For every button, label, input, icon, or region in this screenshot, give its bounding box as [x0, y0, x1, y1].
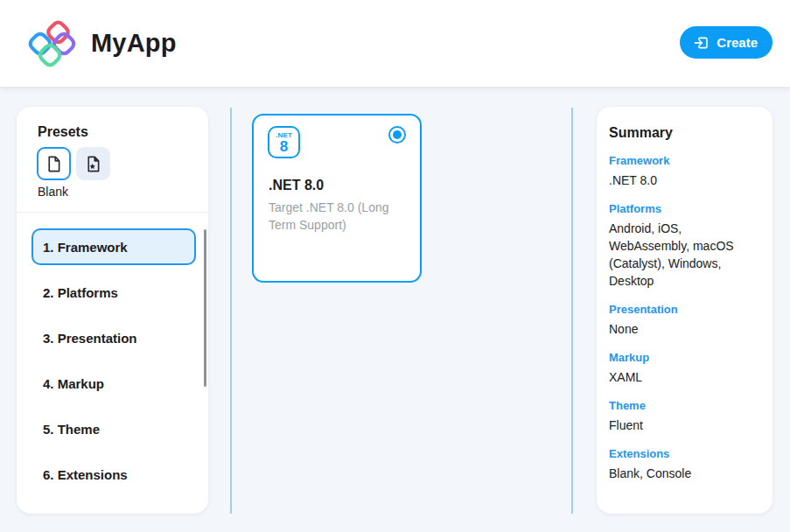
summary-label: Theme — [609, 399, 760, 412]
app-logo-icon — [25, 18, 78, 69]
summary-value: Fluent — [609, 416, 760, 434]
framework-option-description: Target .NET 8.0 (Long Term Support) — [269, 199, 407, 234]
step-platforms[interactable]: 2. Platforms — [31, 274, 196, 311]
step-extensions[interactable]: 6. Extensions — [31, 456, 196, 493]
app-header: MyApp Create — [0, 0, 790, 87]
summary-value: XAML — [609, 368, 760, 386]
preset-options — [37, 147, 110, 180]
step-presentation[interactable]: 3. Presentation — [31, 319, 196, 356]
summary-label: Platforms — [609, 202, 760, 215]
blank-document-icon — [45, 155, 63, 173]
step-theme[interactable]: 5. Theme — [31, 410, 196, 447]
dotnet8-badge-icon: .NET 8 — [268, 126, 300, 158]
sidebar-scrollbar-thumb[interactable] — [204, 229, 206, 387]
enter-icon — [692, 34, 710, 52]
summary-label: Presentation — [609, 303, 760, 316]
summary-section-presentation: Presentation None — [609, 303, 760, 338]
wizard-steps-list: 1. Framework 2. Platforms 3. Presentatio… — [31, 228, 196, 501]
radio-selected-icon[interactable] — [388, 126, 406, 144]
panel-divider-right — [571, 108, 573, 514]
step-framework[interactable]: 1. Framework — [31, 228, 196, 265]
project-wizard-window: MyApp Create Presets — [0, 0, 790, 532]
selected-preset-label: Blank — [38, 185, 68, 199]
summary-section-framework: Framework .NET 8.0 — [609, 154, 760, 189]
summary-panel: Summary Framework .NET 8.0 Platforms And… — [597, 107, 773, 514]
divider — [17, 212, 208, 213]
panel-divider-left — [230, 108, 232, 514]
framework-option-title: .NET 8.0 — [269, 178, 324, 193]
preset-recommended-button[interactable] — [76, 147, 110, 180]
app-title: MyApp — [91, 29, 177, 58]
summary-value: .NET 8.0 — [609, 172, 760, 189]
summary-section-platforms: Platforms Android, iOS, WebAssembly, mac… — [609, 202, 760, 290]
presets-title: Presets — [38, 124, 88, 140]
create-button-label: Create — [717, 35, 758, 50]
step-markup[interactable]: 4. Markup — [31, 365, 196, 402]
starred-document-icon — [84, 155, 102, 173]
summary-value: Blank, Console — [609, 465, 760, 482]
summary-value: Android, iOS, WebAssembly, macOS (Cataly… — [609, 220, 760, 290]
summary-title: Summary — [609, 125, 760, 141]
create-button[interactable]: Create — [680, 26, 773, 59]
framework-option-net8[interactable]: .NET 8 .NET 8.0 Target .NET 8.0 (Long Te… — [252, 114, 422, 283]
summary-label: Framework — [609, 154, 760, 167]
wizard-sidebar: Presets Blank 1. Framework 2. Platforms — [17, 107, 208, 514]
summary-section-extensions: Extensions Blank, Console — [609, 447, 760, 482]
summary-section-theme: Theme Fluent — [609, 399, 760, 434]
summary-label: Extensions — [609, 447, 760, 460]
summary-value: None — [609, 320, 760, 338]
badge-version-text: 8 — [280, 139, 288, 154]
preset-blank-button[interactable] — [37, 147, 71, 180]
summary-label: Markup — [609, 351, 760, 364]
summary-section-markup: Markup XAML — [609, 351, 760, 386]
